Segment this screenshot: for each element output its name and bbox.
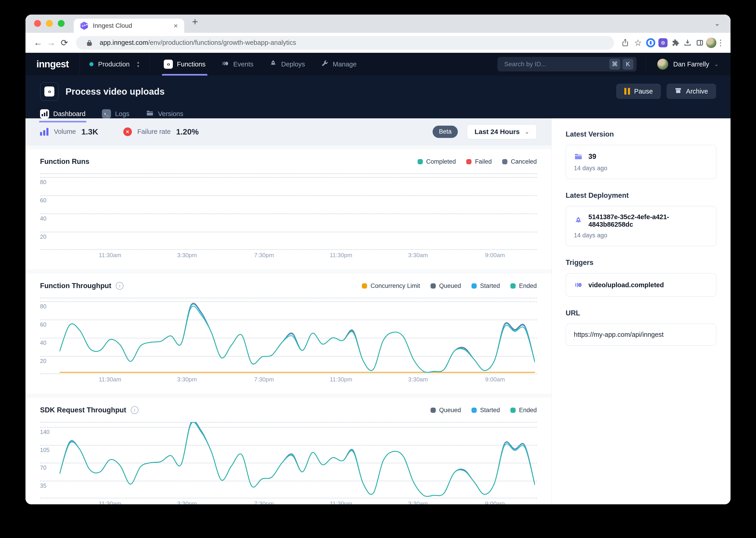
version-time: 14 days ago xyxy=(574,165,708,172)
page-title: Process video uploads xyxy=(66,86,165,97)
browser-profile-avatar[interactable] xyxy=(706,37,716,48)
nav-item-manage[interactable]: Manage xyxy=(321,53,356,76)
url-title: URL xyxy=(566,309,716,317)
search-input[interactable]: Search by ID... ⌘ K xyxy=(497,57,637,72)
y-axis-label: 80 xyxy=(40,177,46,186)
function-header: ‹› Process video uploads Pause Archive D… xyxy=(25,76,731,118)
y-axis-label: 20 xyxy=(40,356,46,364)
share-icon[interactable] xyxy=(619,39,631,47)
events-sound-icon xyxy=(221,60,229,69)
function-tabs: Dashboard ›_ Logs Versions xyxy=(40,105,716,123)
forward-button[interactable]: → xyxy=(45,38,58,48)
series-line-queued xyxy=(60,422,535,496)
folder-icon xyxy=(574,152,583,161)
x-axis-label: 7:30pm xyxy=(254,500,274,504)
browser-toolbar: ← → ⟳ app.inngest.com/env/production/fun… xyxy=(25,33,731,53)
x-axis-label: 3:30am xyxy=(408,376,428,383)
pause-button[interactable]: Pause xyxy=(616,84,661,99)
close-tab-icon[interactable]: × xyxy=(173,22,178,30)
purple-extension-icon[interactable]: ⊛ xyxy=(657,38,669,47)
x-axis-labels: 11:30am3:30pm7:30pm11:30pm3:30am9:00am xyxy=(60,252,535,264)
info-icon[interactable]: i xyxy=(131,406,138,414)
window-controls xyxy=(34,20,65,27)
puzzle-extensions-icon[interactable] xyxy=(669,39,682,47)
legend-item: Queued xyxy=(431,283,461,290)
function-throughput-card: Function Throughput i Concurrency LimitQ… xyxy=(25,274,551,394)
tab-logs[interactable]: ›_ Logs xyxy=(102,105,129,123)
tab-search-chevron-icon[interactable]: ⌄ xyxy=(714,19,720,27)
url-card[interactable]: https://my-app.com/api/inngest xyxy=(566,324,716,346)
y-axis-label: 40 xyxy=(40,213,46,222)
x-axis-label: 9:00am xyxy=(485,500,505,504)
dashboard-content: Volume 1.3K × Failure rate 1.20% Beta La… xyxy=(25,118,551,504)
browser-window: Inngest Cloud × + ⌄ ← → ⟳ app.inngest.co… xyxy=(25,15,731,504)
failure-rate-stat: × Failure rate 1.20% xyxy=(123,127,199,136)
x-axis-label: 9:00am xyxy=(485,252,505,259)
inngest-logo[interactable]: inngest xyxy=(25,53,80,76)
legend-swatch-icon xyxy=(466,159,471,164)
volume-bars-icon xyxy=(40,128,48,135)
x-axis-label: 3:30pm xyxy=(177,500,197,504)
x-axis-labels: 11:30am3:30pm7:30pm11:30pm3:30am9:00am xyxy=(60,500,535,504)
archive-button[interactable]: Archive xyxy=(667,84,716,99)
bookmark-star-icon[interactable]: ☆ xyxy=(631,38,644,48)
nav-item-functions[interactable]: ‹› Functions xyxy=(164,53,206,76)
x-axis-label: 11:30pm xyxy=(330,376,352,383)
onepassword-extension-icon[interactable] xyxy=(644,38,657,47)
address-bar[interactable]: app.inngest.com/env/production/functions… xyxy=(76,36,614,50)
legend-swatch-icon xyxy=(431,407,436,413)
maximize-window-button[interactable] xyxy=(58,20,65,27)
browser-menu-icon[interactable]: ⋮ xyxy=(716,38,725,48)
failure-rate-value: 1.20% xyxy=(176,127,199,136)
primary-nav: ‹› Functions Events Deploys Manage xyxy=(150,53,497,76)
x-axis-label: 11:30pm xyxy=(330,252,352,259)
legend-item: Concurrency Limit xyxy=(362,283,420,290)
rocket-icon xyxy=(574,216,583,225)
legend-swatch-icon xyxy=(431,283,436,289)
legend-item: Ended xyxy=(510,407,537,414)
series-line-ended xyxy=(60,306,535,372)
legend-swatch-icon xyxy=(471,407,477,413)
environment-selector[interactable]: Production ▲▼ xyxy=(80,53,150,76)
close-window-button[interactable] xyxy=(34,20,41,27)
latest-deployment-card[interactable]: 5141387e-35c2-4efe-a421-4843b86258dc 14 … xyxy=(566,206,716,246)
chart-title: SDK Request Throughput xyxy=(40,406,126,414)
browser-tab[interactable]: Inngest Cloud × xyxy=(74,19,184,33)
nav-item-deploys[interactable]: Deploys xyxy=(269,53,305,76)
time-range-dropdown[interactable]: Last 24 Hours ⌄ xyxy=(467,124,537,139)
browser-tab-strip: Inngest Cloud × + ⌄ xyxy=(25,15,731,33)
x-axis-label: 11:30am xyxy=(99,376,121,383)
tab-dashboard[interactable]: Dashboard xyxy=(40,105,85,123)
tab-versions[interactable]: Versions xyxy=(146,105,183,123)
nav-item-events[interactable]: Events xyxy=(221,53,254,76)
version-number: 39 xyxy=(589,152,596,161)
minimize-window-button[interactable] xyxy=(46,20,53,27)
user-menu[interactable]: Dan Farrelly ⌄ xyxy=(645,53,731,76)
function-runs-chart: 20406080 xyxy=(40,173,537,250)
trigger-card[interactable]: video/upload.completed xyxy=(566,273,716,297)
chart-title: Function Throughput xyxy=(40,282,111,290)
y-axis-label: 20 xyxy=(40,232,46,240)
info-icon[interactable]: i xyxy=(116,282,123,290)
sdk-throughput-legend: QueuedStartedEnded xyxy=(431,407,537,414)
reload-button[interactable]: ⟳ xyxy=(58,38,71,48)
deployment-id: 5141387e-35c2-4efe-a421-4843b86258dc xyxy=(589,213,708,228)
function-throughput-chart: 20406080 xyxy=(40,298,537,374)
legend-item: Queued xyxy=(431,407,461,414)
legend-item: Ended xyxy=(510,283,537,290)
legend-swatch-icon xyxy=(471,283,477,289)
x-axis-label: 11:30am xyxy=(99,500,121,504)
url-path: /env/production/functions/growth-webapp-… xyxy=(148,39,296,46)
latest-version-card[interactable]: 39 14 days ago xyxy=(566,145,716,179)
x-axis-label: 9:00am xyxy=(485,376,505,383)
downloads-icon[interactable] xyxy=(682,39,694,47)
x-axis-label: 3:30pm xyxy=(177,376,197,383)
y-axis-label: 60 xyxy=(40,320,46,328)
y-axis-label: 70 xyxy=(40,463,46,471)
url-domain: app.inngest.com xyxy=(100,39,148,46)
logs-terminal-icon: ›_ xyxy=(102,109,111,118)
new-tab-button[interactable]: + xyxy=(192,16,198,27)
line-chart-svg xyxy=(60,298,535,374)
side-panel-icon[interactable] xyxy=(694,39,706,47)
back-button[interactable]: ← xyxy=(31,38,45,48)
